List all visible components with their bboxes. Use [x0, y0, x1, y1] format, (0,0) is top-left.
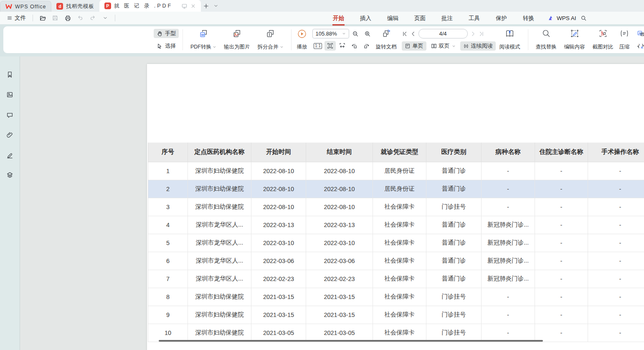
redo-button[interactable] — [87, 13, 98, 23]
rotate-left-button[interactable] — [349, 41, 360, 51]
attachments-panel-button[interactable] — [4, 129, 16, 140]
table-cell: 普通门诊 — [426, 162, 482, 180]
wps-ai-button[interactable]: WPS AI — [548, 15, 576, 21]
file-menu-button[interactable]: 文件 — [4, 13, 28, 23]
compress-button[interactable]: 压缩 — [617, 28, 632, 51]
full-translate-button[interactable]: A 全文翻译 — [634, 29, 644, 38]
ribbon-tab-edit[interactable]: 编辑 — [379, 13, 406, 24]
split-merge-button[interactable]: 拆分合并 — [254, 28, 287, 51]
rotate-right-button[interactable] — [361, 41, 372, 51]
find-replace-label: 查找替换 — [536, 43, 557, 51]
layers-panel-button[interactable] — [4, 169, 16, 180]
export-image-button[interactable]: 输出为图片 — [220, 28, 254, 51]
edit-content-button[interactable]: 编辑内容 — [560, 28, 589, 51]
table-cell: 1 — [148, 162, 188, 180]
ribbon-tab-protect[interactable]: 保护 — [488, 13, 515, 24]
single-page-label: 单页 — [413, 42, 423, 50]
save-button[interactable] — [50, 13, 61, 23]
find-replace-button[interactable]: 查找替换 — [532, 28, 560, 51]
horizontal-scrollbar-thumb[interactable] — [159, 340, 543, 342]
actual-size-button[interactable]: 1:1 — [312, 41, 324, 51]
table-cell: - — [535, 198, 588, 216]
table-cell: 新冠肺炎门诊... — [482, 216, 535, 234]
search-icon[interactable] — [581, 15, 587, 21]
next-page-icon[interactable] — [470, 31, 476, 37]
tab-docer-templates[interactable]: d 找稻壳模板 — [51, 1, 99, 12]
table-header-cell: 手术操作名称 — [588, 143, 644, 162]
table-header-cell: 开始时间 — [251, 143, 306, 162]
page-indicator-input[interactable]: 4/4 — [418, 29, 468, 38]
screenshot-compare-button[interactable]: 截图对比 — [589, 28, 617, 51]
ribbon-tab-insert[interactable]: 插入 — [352, 13, 379, 24]
compress-label: 压缩 — [619, 43, 630, 51]
thumbnails-panel-button[interactable] — [4, 89, 16, 100]
table-cell: - — [535, 234, 588, 252]
table-header-cell: 结束时间 — [306, 143, 373, 162]
select-tool-button[interactable]: 选择 — [154, 41, 179, 51]
single-page-button[interactable]: 单页 — [402, 41, 426, 51]
ribbon-tab-annotate[interactable]: 批注 — [434, 13, 461, 24]
table-cell: - — [588, 216, 644, 234]
table-cell: - — [535, 306, 588, 324]
split-merge-icon — [266, 29, 275, 38]
single-page-icon — [405, 43, 411, 49]
pointer-tools-group: 手型 选择 — [154, 29, 179, 51]
monitor-icon[interactable] — [181, 3, 188, 9]
svg-text:x: x — [638, 43, 640, 46]
comment-icon — [6, 111, 13, 118]
first-page-icon[interactable] — [402, 31, 408, 37]
table-header-cell: 序号 — [148, 143, 188, 162]
double-page-button[interactable]: 双页 — [428, 41, 459, 51]
previous-page-icon[interactable] — [410, 31, 416, 37]
undo-button[interactable] — [75, 13, 86, 23]
rotate-document-button[interactable]: 旋转文档 — [373, 28, 399, 51]
table-cell: 4 — [148, 216, 188, 234]
zoom-in-button[interactable] — [362, 29, 373, 38]
play-button[interactable]: 播放 — [295, 28, 309, 51]
new-tab-button[interactable] — [201, 1, 211, 11]
ribbon-tab-home[interactable]: 开始 — [325, 13, 352, 24]
open-button[interactable] — [37, 13, 48, 23]
thumbnail-icon — [6, 91, 13, 98]
table-cell: - — [482, 306, 535, 324]
hand-tool-button[interactable]: 手型 — [154, 29, 179, 38]
comments-panel-button[interactable] — [4, 109, 16, 120]
table-cell: - — [482, 198, 535, 216]
print-button[interactable] — [62, 13, 73, 23]
ribbon-tab-convert[interactable]: 转换 — [515, 13, 542, 24]
read-mode-button[interactable]: 阅读模式 — [496, 28, 524, 51]
chevron-down-icon — [213, 45, 216, 49]
table-cell: 2 — [148, 180, 188, 198]
quick-access-more-button[interactable] — [100, 13, 111, 23]
zoom-out-button[interactable] — [350, 29, 361, 38]
bookmarks-panel-button[interactable] — [4, 69, 16, 80]
word-translate-button[interactable]: xA 划词翻译 — [634, 41, 644, 51]
signature-panel-button[interactable] — [4, 149, 16, 160]
ribbon-tab-page[interactable]: 页面 — [406, 13, 434, 24]
double-page-icon — [431, 43, 437, 49]
last-page-icon[interactable] — [479, 31, 484, 37]
table-cell: 3 — [148, 198, 188, 216]
tab-wps-home[interactable]: WPS Office — [0, 1, 51, 12]
fit-page-button[interactable] — [325, 41, 336, 51]
table-cell: 2022-08-10 — [306, 162, 373, 180]
document-viewport[interactable]: 序号定点医药机构名称开始时间结束时间就诊凭证类型医疗类别病种名称住院主诊断名称手… — [20, 56, 644, 350]
continuous-read-button[interactable]: 连续阅读 — [460, 41, 496, 51]
close-icon[interactable] — [190, 3, 196, 9]
table-cell: 普通门诊 — [426, 234, 482, 252]
table-cell: 2022-08-10 — [251, 180, 306, 198]
table-row: 5深圳市龙华区人...2022-03-102022-03-10社会保障卡普通门诊… — [148, 234, 644, 252]
zoom-level-select[interactable]: 105.88% — [312, 29, 349, 38]
tab-document-pdf[interactable]: P 就 医 记 录 .PDF — [99, 0, 201, 12]
table-header-cell: 就诊凭证类型 — [373, 143, 426, 162]
chevron-down-icon — [103, 15, 108, 20]
fit-width-button[interactable] — [337, 41, 348, 51]
ribbon-tab-tools[interactable]: 工具 — [461, 13, 488, 24]
pdf-convert-button[interactable]: W PDF转换 — [187, 28, 220, 51]
table-cell: 5 — [148, 234, 188, 252]
tab-list-button[interactable] — [211, 1, 221, 11]
pdf-file-icon: P — [104, 3, 111, 9]
table-cell: 2021-03-15 — [306, 306, 373, 324]
svg-text:W: W — [201, 33, 204, 37]
table-cell: - — [588, 180, 644, 198]
